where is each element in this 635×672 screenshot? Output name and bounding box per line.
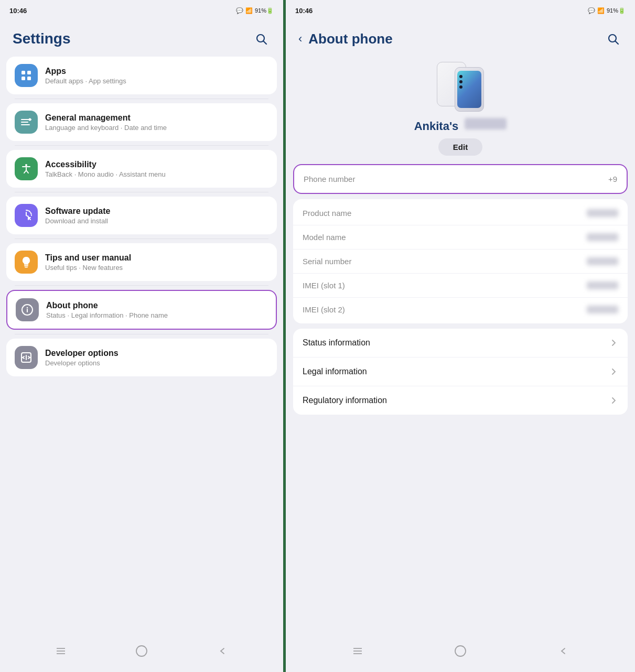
software-update-icon [15, 204, 38, 227]
apps-subtitle: Default apps · App settings [45, 77, 268, 85]
left-phone-panel: 10:46 💬 📶 91%🔋 Settings Apps Default app… [0, 0, 283, 672]
product-name-value [587, 209, 618, 217]
camera-dot-1 [459, 75, 462, 78]
imei2-row: IMEI (slot 2) [293, 298, 628, 321]
home-button[interactable] [135, 645, 148, 657]
right-bottom-nav [286, 634, 635, 672]
settings-item-general[interactable]: General management Language and keyboard… [6, 103, 277, 141]
right-battery-icon: 91%🔋 [607, 7, 626, 14]
recents-button[interactable] [55, 645, 67, 657]
right-status-bar: 10:46 💬 📶 91%🔋 [286, 0, 635, 19]
svg-line-1 [264, 41, 267, 45]
svg-point-27 [455, 646, 466, 656]
apps-text: Apps Default apps · App settings [45, 67, 268, 85]
product-name-row: Product name [293, 201, 628, 225]
divider-6 [15, 334, 268, 334]
imei2-value [587, 306, 618, 313]
settings-title: Settings [13, 30, 70, 47]
left-status-bar: 10:46 💬 📶 91%🔋 [0, 0, 283, 19]
tips-title: Tips and user manual [45, 253, 268, 263]
accessibility-text: Accessibility TalkBack · Mono audio · As… [45, 160, 268, 178]
right-home-button[interactable] [454, 645, 467, 657]
right-signal-icon: 📶 [597, 7, 605, 14]
svg-rect-4 [21, 77, 25, 80]
svg-point-21 [136, 646, 147, 656]
model-name-row: Model name [293, 225, 628, 250]
right-header: ‹ About phone [286, 19, 635, 57]
about-phone-icon [16, 298, 39, 321]
regulatory-information-row[interactable]: Regulatory information [293, 386, 628, 415]
svg-rect-5 [27, 77, 31, 80]
phone-number-card: Phone number +9 [293, 164, 628, 194]
phone-front-body [455, 67, 484, 112]
model-name-label: Model name [303, 233, 346, 242]
apps-title: Apps [45, 67, 268, 76]
divider-2 [15, 145, 268, 146]
divider-5 [15, 285, 268, 286]
divider-1 [15, 99, 268, 99]
right-status-time: 10:46 [295, 7, 313, 15]
left-status-icons: 💬 📶 91%🔋 [236, 7, 274, 14]
svg-rect-11 [24, 265, 28, 266]
about-phone-page-title: About phone [308, 31, 392, 47]
chevron-right-icon-2 [610, 367, 618, 376]
phone-number-value: +9 [608, 175, 617, 183]
battery-icon: 91%🔋 [255, 7, 274, 14]
general-subtitle: Language and keyboard · Date and time [45, 124, 268, 132]
status-information-row[interactable]: Status information [293, 329, 628, 357]
right-back-button[interactable]: ‹ [298, 32, 302, 46]
tips-icon [15, 251, 38, 274]
signal-icon: 📶 [245, 7, 253, 14]
imei1-value [587, 281, 618, 289]
developer-title: Developer options [45, 349, 268, 358]
settings-item-apps[interactable]: Apps Default apps · App settings [6, 57, 277, 94]
svg-rect-3 [27, 71, 31, 74]
tips-subtitle: Useful tips · New features [45, 264, 268, 272]
phone-image [437, 62, 484, 114]
device-name-blurred [465, 118, 507, 129]
developer-text: Developer options Developer options [45, 349, 268, 367]
search-button[interactable] [252, 29, 271, 48]
apps-icon [15, 64, 38, 87]
tips-text: Tips and user manual Useful tips · New f… [45, 253, 268, 272]
svg-point-10 [25, 164, 27, 166]
status-information-label: Status information [303, 338, 370, 348]
phone-image-section: Ankita's Edit [293, 57, 628, 164]
software-update-title: Software update [45, 207, 268, 216]
right-search-button[interactable] [604, 29, 622, 48]
phone-number-row[interactable]: Phone number +9 [294, 167, 627, 191]
developer-subtitle: Developer options [45, 359, 268, 367]
right-back-nav-button[interactable] [557, 645, 569, 657]
right-recents-button[interactable] [352, 645, 363, 657]
phone-number-label: Phone number [304, 175, 355, 183]
regulatory-information-label: Regulatory information [303, 396, 387, 405]
serial-number-label: Serial number [303, 257, 351, 266]
imei1-label: IMEI (slot 1) [303, 281, 345, 290]
settings-item-software-update[interactable]: Software update Download and install [6, 197, 277, 234]
chevron-right-icon-3 [610, 396, 618, 405]
accessibility-icon [15, 157, 38, 180]
right-whatsapp-icon: 💬 [588, 7, 595, 14]
camera-dots [459, 75, 462, 89]
right-phone-panel: 10:46 💬 📶 91%🔋 ‹ About phone [286, 0, 635, 672]
back-button[interactable] [217, 645, 228, 657]
product-name-label: Product name [303, 209, 351, 218]
settings-item-accessibility[interactable]: Accessibility TalkBack · Mono audio · As… [6, 150, 277, 188]
divider-3 [15, 192, 268, 192]
settings-item-developer[interactable]: Developer options Developer options [6, 339, 277, 376]
chevron-right-icon [610, 339, 618, 347]
right-status-icons: 💬 📶 91%🔋 [588, 7, 626, 14]
edit-button[interactable]: Edit [438, 138, 482, 156]
legal-information-label: Legal information [303, 367, 367, 376]
right-header-left: ‹ About phone [298, 31, 393, 47]
settings-item-about-phone[interactable]: About phone Status · Legal information ·… [6, 290, 277, 330]
about-phone-title: About phone [46, 301, 267, 310]
accessibility-title: Accessibility [45, 160, 268, 169]
accessibility-subtitle: TalkBack · Mono audio · Assistant menu [45, 170, 268, 178]
general-icon [15, 111, 38, 134]
camera-dot-3 [459, 85, 462, 89]
software-update-text: Software update Download and install [45, 207, 268, 225]
settings-item-tips[interactable]: Tips and user manual Useful tips · New f… [6, 243, 277, 281]
svg-rect-12 [25, 267, 28, 268]
legal-information-row[interactable]: Legal information [293, 357, 628, 386]
